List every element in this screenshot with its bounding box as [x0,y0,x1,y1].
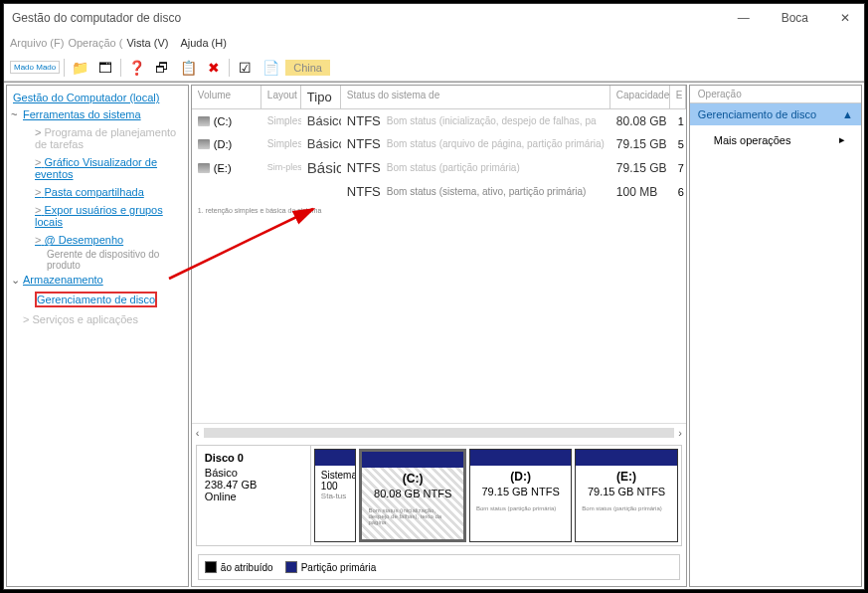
legend-primary-box [285,561,297,573]
partition-e[interactable]: (E:) 79.15 GB NTFS Bom status (partição … [575,449,677,542]
partition-c[interactable]: (C:) 80.08 GB NTFS Bom status (inicializ… [359,449,465,542]
menubar: Arquivo (F) Operação ( Vista (V) Ajuda (… [4,32,864,54]
view-icon[interactable]: 🗗 [151,57,173,79]
partition-system[interactable]: Sistema 100 Sta-tus [314,449,357,542]
tree-system-tools[interactable]: ~Ferramentas do sistema [9,105,186,123]
table-row[interactable]: (E:) Sim-ples Básico NTFS Bom status (pa… [192,155,686,180]
refresh-icon[interactable]: ☑ [234,57,256,79]
horizontal-scrollbar[interactable]: ‹ › [192,423,686,441]
legend: ão atribuído Partição primária [198,554,680,580]
help-icon[interactable]: ❓ [125,57,147,79]
titlebar: Gestão do computador de disco — Boca ✕ [4,4,864,32]
menu-arquivo[interactable]: Arquivo (F) [10,37,64,49]
actions-header: Operação [690,86,861,103]
tree-users-groups[interactable]: > Expor usuários e grupos locais [9,201,186,231]
scroll-right-icon[interactable]: › [678,427,682,439]
china-label: China [285,60,330,76]
tree-panel: Gestão do Computador (local) ~Ferramenta… [6,85,189,587]
col-tipo[interactable]: Tipo [301,86,341,108]
disk-layout: Disco 0 Básico 238.47 GB Online Sistema … [196,445,682,546]
tree-event-viewer[interactable]: > Gráfico Visualizador de eventos [9,153,186,183]
col-e[interactable]: E [670,86,686,108]
tree-task-planner[interactable]: > Programa de planejamento de tarefas [9,123,186,153]
center-panel: Volume Layout Tipo Status do sistema de … [191,85,687,587]
volume-table-body: (C:) Simples Básico NTFS Bom status (ini… [192,109,686,218]
minimize-button[interactable]: — [732,9,756,27]
table-row[interactable]: (D:) Simples Básico NTFS Bom status (arq… [192,132,686,155]
partition-d[interactable]: (D:) 79.15 GB NTFS Bom status (partição … [469,449,572,542]
disk-info[interactable]: Disco 0 Básico 238.47 GB Online [197,446,311,545]
disk-icon [198,139,210,149]
window-title: Gestão do computador de disco [12,11,732,25]
chevron-right-icon: ▸ [839,133,845,146]
actions-more-operations[interactable]: Mais operações ▸ [690,125,861,154]
table-row[interactable]: NTFS Bom status (sistema, ativo, partiçã… [192,180,686,203]
actions-panel: Operação Gerenciamento de disco ▲ Mais o… [689,85,862,587]
col-volume[interactable]: Volume [192,86,261,108]
properties-icon[interactable]: 🗔 [94,57,116,79]
menu-ajuda[interactable]: Ajuda (H) [180,37,226,49]
col-layout[interactable]: Layout [261,86,301,108]
disk-icon [198,163,210,173]
legend-unallocated-box [205,561,217,573]
table-footnote: 1. retenção simples e básica do sistema [192,203,686,218]
disk-icon [198,116,210,126]
table-row[interactable]: (C:) Simples Básico NTFS Bom status (ini… [192,109,686,132]
col-capacidade[interactable]: Capacidade [610,86,670,108]
tree-root[interactable]: Gestão do Computador (local) [9,90,186,105]
volume-table-header: Volume Layout Tipo Status do sistema de … [192,86,686,109]
menu-operacao[interactable]: Operação ( [68,37,122,49]
menu-vista[interactable]: Vista (V) [126,37,168,49]
tree-disk-management[interactable]: Gerenciamento de disco [9,289,186,310]
tree-services[interactable]: > Serviços e aplicações [9,310,186,328]
mado-label: Mado Mado [10,61,60,74]
folder-icon[interactable]: 📁 [69,57,90,79]
actions-disk-management[interactable]: Gerenciamento de disco ▲ [690,103,861,125]
delete-icon[interactable]: ✖ [203,57,225,79]
col-status[interactable]: Status do sistema de [341,86,610,108]
tree-performance[interactable]: > @ Desempenho [9,231,186,249]
new-icon[interactable]: 📄 [260,57,281,79]
close-button[interactable]: ✕ [834,9,856,27]
tree-shared-folder[interactable]: > Pasta compartilhada [9,183,186,201]
collapse-icon: ▲ [842,108,853,120]
list-icon[interactable]: 📋 [177,57,199,79]
scroll-left-icon[interactable]: ‹ [196,427,200,439]
tree-device-manager[interactable]: Gerente de dispositivo do produto [9,249,186,271]
tree-storage[interactable]: ⌄Armazenamento [9,271,186,289]
user-label: Boca [776,9,814,27]
toolbar: Mado Mado 📁 🗔 ❓ 🗗 📋 ✖ ☑ 📄 China [4,54,864,82]
